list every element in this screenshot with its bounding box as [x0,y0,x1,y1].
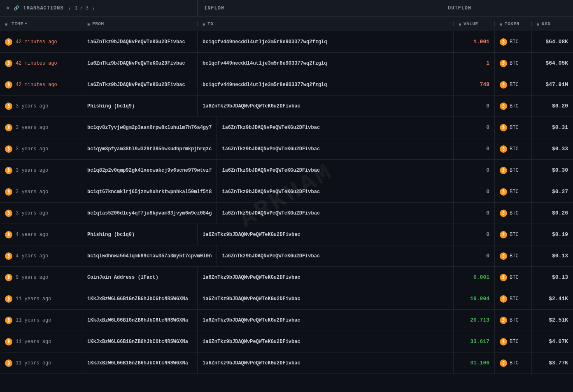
from-value-12: 1KkJxBzW6LG6B1GnZB6hJbC6tcNRSWGXNa [87,296,188,302]
time-value-7: 3 years ago [16,189,48,195]
col-header-usd[interactable]: USD [532,21,573,26]
col-value-label: VALUE [464,21,478,26]
usd-value-13: $2.51K [549,317,568,323]
cell-usd-15: $3.77K [532,352,573,373]
cell-to-8: 1a6ZnTkz9bJDAQNvPeQWTeKGu2DFivbac [217,203,454,224]
from-value-8: bc1qtas5206dlcy4qf7ju8kpvam83jvym6w9ez08… [87,210,212,216]
value-amount-15: 31.106 [470,360,489,366]
token-name-12: BTC [510,296,519,302]
time-value-13: 11 years ago [16,317,51,323]
from-value-5: bc1qym8pfyam38hl9w329t385hwkudhprmkpjhrq… [87,146,212,152]
col-header-time[interactable]: TIME ▼ [0,21,82,26]
cell-token-13: ₿ BTC [495,310,532,331]
token-icon-7: ₿ [500,188,507,196]
to-value-3: 1a6ZnTkz9bJDAQNvPeQWTeKGu2DFivbac [203,103,300,109]
table-row[interactable]: ₿ 3 years ago bc1qt67kncmklrj65jznwhuhrk… [0,181,573,203]
usd-value-0: $64.08K [545,39,568,45]
col-time-label: TIME [12,21,23,26]
sort-icon-time: ▼ [25,22,28,26]
to-value-1: bc1qcfv449necddl4utlje3m5r8e903377wq2fzg… [203,61,327,66]
time-value-10: 4 years ago [16,253,48,259]
cell-token-10: ₿ BTC [495,245,532,266]
cell-to-13: 1a6ZnTkz9bJDAQNvPeQWTeKGu2DFivbac [198,310,454,331]
table-row[interactable]: ₿ 4 years ago bc1qlwdhnwa564lqmk89cmaw35… [0,245,573,267]
cell-to-15: 1a6ZnTkz9bJDAQNvPeQWTeKGu2DFivbac [198,352,454,373]
btc-icon-2: ₿ [5,81,12,89]
cell-to-14: 1a6ZnTkz9bJDAQNvPeQWTeKGu2DFivbac [198,331,454,352]
cell-to-12: 1a6ZnTkz9bJDAQNvPeQWTeKGu2DFivbac [198,288,454,309]
to-value-15: 1a6ZnTkz9bJDAQNvPeQWTeKGu2DFivbac [203,360,300,366]
inflow-section: INFLOW [198,0,441,16]
value-amount-14: 33.617 [470,338,489,345]
token-icon-11: ₿ [500,274,507,281]
cell-from-13: 1KkJxBzW6LG6B1GnZB6hJbC6tcNRSWGXNa [82,310,198,331]
token-name-7: BTC [510,189,519,195]
cell-time-7: ₿ 3 years ago [0,181,82,202]
to-value-11: 1a6ZnTkz9bJDAQNvPeQWTeKGu2DFivbac [203,275,300,280]
to-value-7: 1a6ZnTkz9bJDAQNvPeQWTeKGu2DFivbac [222,189,320,195]
cell-token-7: ₿ BTC [495,181,532,202]
table-row[interactable]: ₿ 11 years ago 1KkJxBzW6LG6B1GnZB6hJbC6t… [0,352,573,374]
from-value-1: 1a6ZnTkz9bJDAQNvPeQWTeKGu2DFivbac [87,61,185,66]
table-row[interactable]: ₿ 42 minutes ago 1a6ZnTkz9bJDAQNvPeQWTeK… [0,53,573,74]
time-value-12: 11 years ago [16,296,51,302]
cell-from-15: 1KkJxBzW6LG6B1GnZB6hJbC6tcNRSWGXNa [82,352,198,373]
to-value-6: 1a6ZnTkz9bJDAQNvPeQWTeKGu2DFivbac [222,168,320,173]
cell-value-10: 0 [454,245,495,266]
table-row[interactable]: ₿ 3 years ago bc1q82p2v0qmp92gk4lxecwakc… [0,160,573,181]
token-icon-0: ₿ [500,38,507,46]
table-row[interactable]: ₿ 42 minutes ago 1a6ZnTkz9bJDAQNvPeQWTeK… [0,74,573,96]
col-to-label: TO [207,21,213,26]
from-value-14: 1KkJxBzW6LG6B1GnZB6hJbC6tcNRSWGXNa [87,339,188,345]
value-amount-4: 0 [486,124,489,131]
cell-time-11: ₿ 9 years ago [0,267,82,288]
cell-usd-5: $0.33 [532,138,573,159]
cell-token-9: ₿ BTC [495,224,532,245]
time-value-2: 42 minutes ago [16,82,57,88]
to-value-0: bc1qcfv449necddl4utlje3m5r8e903377wq2fzg… [203,39,327,45]
cell-time-8: ₿ 3 years ago [0,203,82,224]
table-row[interactable]: ₿ 11 years ago 1KkJxBzW6LG6B1GnZB6hJbC6t… [0,288,573,310]
table-row[interactable]: ₿ 11 years ago 1KkJxBzW6LG6B1GnZB6hJbC6t… [0,310,573,331]
token-name-14: BTC [510,339,519,345]
usd-value-12: $2.41K [549,296,568,302]
col-header-to[interactable]: TO [198,21,454,26]
table-row[interactable]: ₿ 11 years ago 1KkJxBzW6LG6B1GnZB6hJbC6t… [0,331,573,352]
cell-from-4: bc1qv8z7yvjw8gm2p3asn6rpw8xluhulm7h76a4g… [82,117,217,138]
table-row[interactable]: ₿ 3 years ago bc1qym8pfyam38hl9w329t385h… [0,138,573,160]
value-amount-1: 1 [486,60,489,66]
from-value-15: 1KkJxBzW6LG6B1GnZB6hJbC6tcNRSWGXNa [87,360,188,366]
table-row[interactable]: ₿ 9 years ago CoinJoin Address (1Fact) 1… [0,267,573,288]
cell-usd-0: $64.08K [532,31,573,52]
time-value-9: 4 years ago [16,232,48,238]
token-name-1: BTC [510,61,519,66]
cell-usd-8: $0.26 [532,203,573,224]
next-page-button[interactable]: › [91,5,96,12]
table-row[interactable]: ₿ 42 minutes ago 1a6ZnTkz9bJDAQNvPeQWTeK… [0,31,573,53]
btc-icon-6: ₿ [5,167,12,174]
cell-usd-7: $0.27 [532,181,573,202]
table-row[interactable]: ₿ 3 years ago bc1qtas5206dlcy4qf7ju8kpva… [0,203,573,224]
to-value-2: bc1qcfv449necddl4utlje3m5r8e903377wq2fzg… [203,82,327,88]
token-icon-9: ₿ [500,231,507,238]
token-icon-6: ₿ [500,167,507,174]
col-token-label: TOKEN [505,21,519,26]
table-row[interactable]: ₿ 3 years ago bc1qv8z7yvjw8gm2p3asn6rpw8… [0,117,573,138]
token-name-6: BTC [510,168,519,173]
table-row[interactable]: ₿ 4 years ago Phishing (bc1q0) 1a6ZnTkz9… [0,224,573,245]
from-value-3: Phishing (bc1q9) [87,103,135,109]
value-amount-6: 0 [486,167,489,173]
table-row[interactable]: ₿ 3 years ago Phishing (bc1q9) 1a6ZnTkz9… [0,96,573,117]
usd-value-2: $47.91M [545,82,568,88]
value-amount-11: 0.001 [473,274,489,280]
col-header-token[interactable]: TOKEN [495,21,532,26]
to-value-12: 1a6ZnTkz9bJDAQNvPeQWTeKGu2DFivbac [203,296,300,302]
cell-time-3: ₿ 3 years ago [0,96,82,117]
prev-page-button[interactable]: ‹ [67,5,72,12]
col-header-value[interactable]: VALUE [454,21,495,26]
cell-value-6: 0 [454,160,495,181]
usd-value-5: $0.33 [552,146,568,152]
token-icon-10: ₿ [500,252,507,260]
col-header-from[interactable]: FROM [82,21,198,26]
cell-to-2: bc1qcfv449necddl4utlje3m5r8e903377wq2fzg… [198,74,454,95]
